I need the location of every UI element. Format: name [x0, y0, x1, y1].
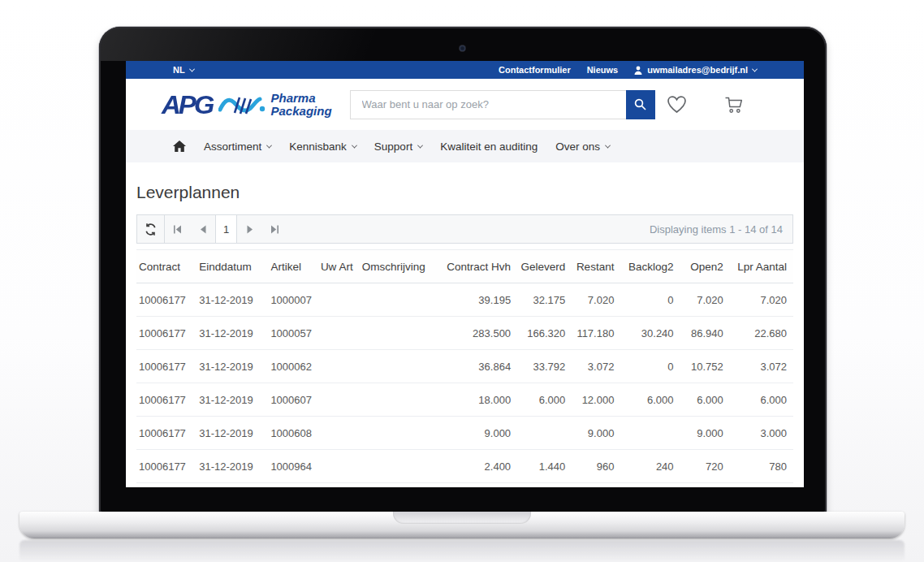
column-header[interactable]: Artikel — [268, 250, 317, 283]
home-icon — [173, 140, 186, 152]
table-cell — [360, 450, 440, 483]
first-page-button[interactable] — [165, 215, 190, 243]
table-cell: 1000057 — [268, 317, 317, 350]
column-header[interactable]: Open2 — [680, 250, 730, 283]
chevron-down-icon — [189, 66, 195, 71]
webcam-dot — [460, 45, 465, 51]
table-cell — [317, 417, 360, 450]
laptop-base-notch — [393, 512, 531, 524]
table-row[interactable]: 1000617731-12-201910009642.4001.44096024… — [136, 450, 793, 483]
table-cell: 6.000 — [620, 383, 680, 417]
table-cell: 1000607 — [268, 383, 317, 417]
column-header[interactable]: Restant — [572, 250, 620, 283]
wishlist-button[interactable] — [666, 95, 688, 115]
table-cell — [317, 317, 360, 350]
chevron-down-icon — [417, 142, 423, 148]
next-page-button[interactable] — [237, 215, 262, 243]
table-cell: 18.000 — [440, 383, 517, 417]
topbar-links: Contactformulier Nieuws uwmailadres@bedr… — [499, 65, 757, 75]
table-cell: 283.500 — [440, 317, 517, 350]
table-cell: 10006177 — [136, 317, 196, 350]
column-header[interactable]: Contract Hvh — [440, 250, 517, 283]
table-cell: 9.000 — [440, 417, 517, 450]
laptop-screen: NL Contactformulier Nieuws uwmailadres@b… — [126, 61, 804, 487]
search-button[interactable] — [626, 90, 655, 119]
table-cell: 31-12-2019 — [196, 417, 268, 450]
table-cell: 7.020 — [680, 283, 730, 317]
table-cell: 6.000 — [517, 383, 572, 417]
news-link[interactable]: Nieuws — [587, 65, 619, 75]
table-cell: 3.072 — [730, 350, 793, 383]
table-cell: 6.000 — [680, 383, 730, 417]
table-cell: 9.000 — [680, 417, 730, 450]
search-icon — [633, 97, 647, 111]
table-row[interactable]: 1000617731-12-2019100000739.19532.1757.0… — [136, 283, 793, 317]
nav-home[interactable] — [173, 140, 186, 152]
table-row[interactable]: 1000617731-12-2019100060718.0006.00012.0… — [136, 383, 793, 417]
refresh-button[interactable] — [137, 215, 165, 243]
table-cell — [317, 350, 360, 383]
language-switcher[interactable]: NL — [173, 65, 194, 75]
column-header[interactable]: Einddatum — [196, 250, 268, 283]
table-cell: 10.752 — [680, 350, 730, 383]
nav-item-kennisbank[interactable]: Kennisbank — [289, 140, 356, 153]
table-cell: 7.020 — [730, 283, 793, 317]
company-logo[interactable]: APG Pharma Packaging — [162, 91, 332, 118]
table-cell: 22.680 — [730, 317, 793, 350]
column-header[interactable]: Lpr Aantal — [730, 250, 793, 283]
column-header[interactable]: Backlog2 — [620, 250, 680, 283]
table-cell — [360, 417, 440, 450]
previous-page-icon — [200, 225, 206, 234]
table-cell: 33.792 — [517, 350, 572, 383]
table-cell — [360, 350, 440, 383]
table-cell: 31-12-2019 — [196, 283, 268, 317]
column-header[interactable]: Uw Art — [317, 250, 360, 283]
user-icon — [634, 66, 642, 75]
current-page-indicator[interactable]: 1 — [215, 215, 237, 243]
contact-link[interactable]: Contactformulier — [499, 65, 571, 75]
table-cell: 166.320 — [517, 317, 572, 350]
laptop-base — [19, 512, 905, 538]
table-row[interactable]: 1000617731-12-201910006089.0009.0009.000… — [136, 417, 793, 450]
table-cell: 780 — [730, 450, 793, 483]
topbar: NL Contactformulier Nieuws uwmailadres@b… — [126, 61, 804, 79]
nav-item-assortiment[interactable]: Assortiment — [204, 140, 271, 153]
table-cell: 1000964 — [268, 450, 317, 483]
table-cell: 10006177 — [136, 283, 196, 317]
table-cell: 10006177 — [136, 350, 196, 383]
column-header[interactable]: Omschrijving — [360, 250, 440, 283]
main-nav: AssortimentKennisbankSupportKwaliteit en… — [126, 130, 804, 162]
table-cell: 960 — [572, 450, 620, 483]
table-cell: 1000608 — [268, 417, 317, 450]
bezel-gloss — [101, 28, 825, 61]
nav-item-over-ons[interactable]: Over ons — [555, 140, 610, 153]
table-cell: 1.440 — [517, 450, 572, 483]
table-body: 1000617731-12-2019100000739.19532.1757.0… — [136, 283, 793, 483]
column-header[interactable]: Geleverd — [517, 250, 572, 283]
table-cell: 12.000 — [572, 383, 620, 417]
last-page-button[interactable] — [262, 215, 287, 243]
table-cell: 6.000 — [730, 383, 793, 417]
logo-tagline: Pharma Packaging — [271, 92, 332, 118]
grid-toolbar: 1 Displaying items 1 - 14 of 14 — [136, 214, 793, 244]
table-cell — [517, 417, 572, 450]
nav-item-support[interactable]: Support — [374, 140, 422, 153]
table-cell: 31-12-2019 — [196, 450, 268, 483]
table-cell: 0 — [620, 350, 680, 383]
table-row[interactable]: 1000617731-12-20191000057283.500166.3201… — [136, 317, 793, 350]
cart-icon — [723, 95, 745, 115]
pager-status: Displaying items 1 - 14 of 14 — [650, 223, 792, 236]
column-header[interactable]: Contract — [136, 250, 196, 283]
table-cell: 30.240 — [620, 317, 680, 350]
cart-button[interactable] — [723, 95, 745, 115]
nav-item-label: Over ons — [555, 140, 600, 153]
table-cell: 10006177 — [136, 417, 196, 450]
table-cell: 10006177 — [136, 383, 196, 417]
table-row[interactable]: 1000617731-12-2019100006236.86433.7923.0… — [136, 350, 793, 383]
nav-item-kwaliteit-en-auditing[interactable]: Kwaliteit en auditing — [440, 140, 538, 153]
previous-page-button[interactable] — [190, 215, 215, 243]
table-cell: 36.864 — [440, 350, 517, 383]
account-menu[interactable]: uwmailadres@bedrijf.nl — [634, 65, 757, 75]
search-input[interactable] — [350, 90, 626, 119]
refresh-icon — [145, 223, 157, 236]
